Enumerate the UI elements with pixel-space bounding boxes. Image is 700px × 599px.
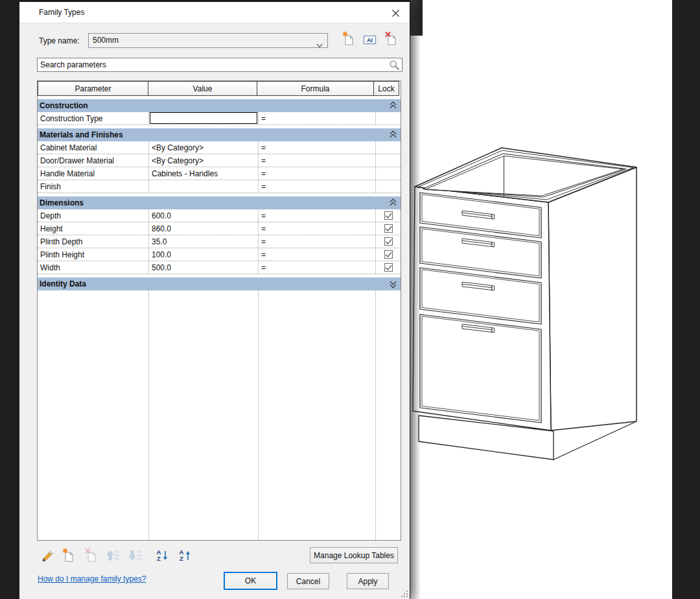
parameter-value-cell[interactable]: <By Category> (148, 154, 258, 167)
parameter-value-cell[interactable]: 860.0 (148, 222, 258, 235)
cabinet-3d-drawing (410, 0, 672, 599)
table-row[interactable]: Finish= (38, 180, 401, 193)
lock-checkbox[interactable] (384, 224, 393, 233)
parameter-lock-cell (375, 112, 401, 124)
parameter-formula-cell[interactable]: = (258, 167, 375, 180)
parameter-lock-cell (375, 235, 401, 248)
parameter-formula-cell[interactable]: = (258, 141, 375, 154)
parameter-name-cell: Door/Drawer Material (38, 154, 148, 167)
new-document-icon (63, 548, 73, 562)
table-row[interactable]: Plinth Depth35.0= (38, 235, 401, 248)
rename-type-button[interactable]: AI (362, 32, 377, 49)
delete-parameter-button[interactable] (84, 548, 100, 564)
parameter-name-cell: Plinth Depth (38, 235, 148, 248)
ok-label: OK (245, 576, 256, 585)
value-editor-input[interactable] (150, 112, 257, 124)
table-row[interactable]: Height860.0= (38, 222, 401, 235)
search-input[interactable]: Search parameters (37, 58, 402, 72)
parameter-formula-cell[interactable]: = (258, 209, 375, 222)
move-parameter-up-button[interactable] (106, 548, 121, 564)
new-type-button[interactable] (342, 31, 356, 47)
section-header-materials-and-finishes[interactable]: Materials and Finishes (38, 128, 401, 141)
parameter-table-body: ConstructionConstruction Type=Materials … (38, 96, 401, 540)
table-row[interactable]: Cabinet Material<By Category>= (38, 141, 401, 154)
collapse-section-icon[interactable] (390, 102, 397, 110)
dialog-title: Family Types (39, 8, 84, 17)
move-up-icon (107, 551, 119, 561)
lock-checkbox[interactable] (384, 211, 393, 220)
parameter-value-cell[interactable]: Cabinets - Handles (148, 167, 258, 180)
background-app-edge (410, 0, 423, 36)
lock-checkbox[interactable] (384, 263, 393, 272)
svg-text:Z: Z (180, 555, 183, 562)
sort-ascending-button[interactable]: A Z (156, 548, 171, 564)
cancel-button[interactable]: Cancel (287, 573, 329, 589)
section-header-identity-data[interactable]: Identity Data (38, 277, 401, 290)
cancel-label: Cancel (296, 577, 320, 586)
expand-section-icon[interactable] (390, 280, 397, 288)
parameter-formula-cell[interactable]: = (258, 112, 375, 124)
delete-type-button[interactable] (384, 31, 399, 47)
parameter-lock-cell (375, 180, 401, 193)
close-icon (392, 10, 399, 17)
parameter-lock-cell (375, 141, 401, 154)
type-name-value: 500mm (93, 36, 119, 45)
parameter-value-cell[interactable]: 600.0 (148, 209, 258, 222)
apply-button[interactable]: Apply (347, 573, 389, 589)
parameter-value-cell[interactable]: 500.0 (148, 261, 258, 274)
table-row[interactable]: Depth600.0= (38, 209, 401, 222)
manage-lookup-tables-label: Manage Lookup Tables (314, 551, 394, 560)
new-parameter-button[interactable] (62, 548, 77, 564)
parameter-value-cell[interactable]: 35.0 (148, 235, 258, 248)
table-row[interactable]: Door/Drawer Material<By Category>= (38, 154, 401, 167)
lock-checkbox[interactable] (384, 237, 393, 246)
parameter-name-cell: Depth (38, 209, 148, 222)
parameter-value-cell[interactable] (148, 180, 258, 193)
column-header-lock[interactable]: Lock (373, 81, 399, 96)
resize-grip[interactable] (399, 589, 408, 598)
column-header-parameter[interactable]: Parameter (38, 81, 148, 96)
ok-button[interactable]: OK (224, 572, 277, 590)
section-title: Construction (40, 101, 88, 110)
parameter-name-cell: Height (38, 222, 148, 235)
parameter-lock-cell (375, 209, 401, 222)
table-row[interactable]: Width500.0= (38, 261, 401, 274)
table-row[interactable]: Plinth Height100.0= (38, 248, 401, 261)
parameter-value-cell[interactable]: <By Category> (148, 141, 258, 154)
section-header-construction[interactable]: Construction (38, 99, 401, 112)
new-document-icon (343, 32, 353, 45)
family-types-dialog: Family Types Type name: 500mm (19, 2, 410, 599)
parameter-formula-cell[interactable]: = (258, 235, 375, 248)
parameter-name-cell: Finish (38, 180, 148, 193)
close-button[interactable] (386, 5, 404, 21)
collapse-section-icon[interactable] (390, 131, 397, 139)
resize-grip-icon (399, 589, 408, 598)
help-link[interactable]: How do I manage family types? (38, 574, 146, 583)
manage-lookup-tables-button[interactable]: Manage Lookup Tables (310, 547, 398, 563)
move-parameter-down-button[interactable] (128, 548, 143, 564)
lock-checkbox[interactable] (384, 250, 393, 259)
sort-az-down-icon: A Z (157, 548, 168, 562)
table-row[interactable]: Construction Type= (38, 112, 401, 125)
collapse-section-icon[interactable] (390, 199, 397, 207)
parameter-value-cell[interactable]: 100.0 (148, 248, 258, 261)
type-name-combobox[interactable]: 500mm (88, 33, 328, 48)
move-down-icon (129, 551, 141, 561)
column-header-formula[interactable]: Formula (257, 81, 374, 96)
search-icon (389, 60, 400, 75)
parameter-formula-cell[interactable]: = (258, 222, 375, 235)
parameter-formula-cell[interactable]: = (258, 261, 375, 274)
drawing-canvas[interactable] (410, 0, 672, 599)
parameter-formula-cell[interactable]: = (258, 180, 375, 193)
sort-descending-button[interactable]: A Z (178, 548, 194, 564)
parameter-formula-cell[interactable]: = (258, 154, 375, 167)
edit-parameter-button[interactable] (40, 548, 56, 564)
section-header-dimensions[interactable]: Dimensions (38, 196, 401, 209)
svg-text:AI: AI (367, 37, 373, 43)
parameter-formula-cell[interactable]: = (258, 248, 375, 261)
table-row[interactable]: Handle MaterialCabinets - Handles= (38, 167, 401, 180)
column-header-value[interactable]: Value (148, 81, 257, 96)
pencil-icon (43, 552, 52, 562)
parameter-value-cell[interactable] (148, 112, 258, 124)
parameter-lock-cell (375, 154, 401, 167)
